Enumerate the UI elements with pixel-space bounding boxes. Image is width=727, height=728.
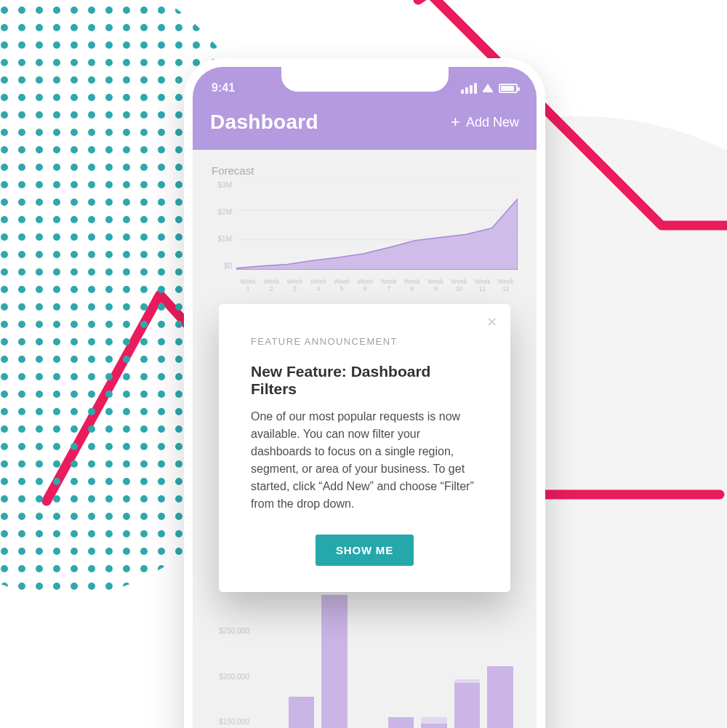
phone-notch [281, 65, 449, 92]
modal-title: New Feature: Dashboard Filters [251, 363, 478, 398]
modal-body: One of our most popular requests is now … [251, 408, 478, 513]
phone-mockup: 9:41 Dashboard + Add New Forecast $3M $2… [184, 58, 545, 728]
show-me-button[interactable]: SHOW ME [316, 535, 414, 566]
modal-eyebrow: FEATURE ANNOUNCEMENT [251, 336, 478, 347]
feature-announcement-modal: ✕ FEATURE ANNOUNCEMENT New Feature: Dash… [219, 304, 510, 592]
close-icon[interactable]: ✕ [486, 316, 497, 329]
